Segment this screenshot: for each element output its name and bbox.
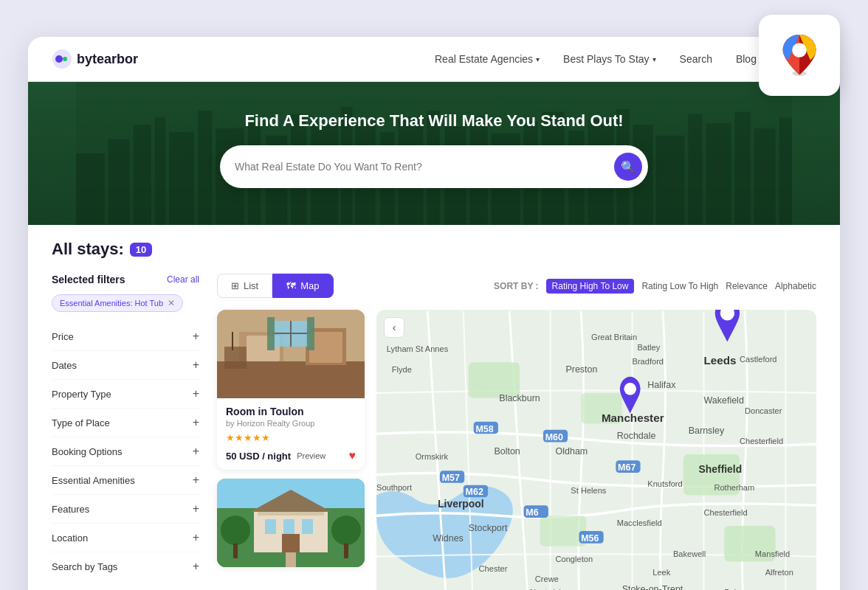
filter-search-by-tags[interactable]: Search by Tags + — [52, 552, 199, 580]
sort-rating-high[interactable]: Rating High To Low — [546, 279, 635, 294]
svg-rect-49 — [307, 317, 314, 350]
filter-list: Price + Dates + Property Type + Type o — [52, 322, 199, 580]
svg-text:Chester: Chester — [479, 564, 508, 573]
grid-icon: ⊞ — [231, 280, 239, 291]
filter-price-expand: + — [193, 330, 199, 343]
filter-price[interactable]: Price + — [52, 322, 199, 351]
sort-by-label: SORT BY : — [494, 281, 538, 291]
filter-features-expand: + — [193, 502, 199, 516]
filter-property-type[interactable]: Property Type + — [52, 380, 199, 409]
svg-text:Wakefield: Wakefield — [704, 395, 744, 406]
sort-alphabetic[interactable]: Alphabetic — [775, 281, 816, 291]
listing-name-1: Room in Toulon — [226, 406, 356, 417]
svg-rect-10 — [169, 132, 194, 225]
listing-image-estate — [217, 479, 365, 567]
filter-location-label: Location — [52, 532, 88, 544]
search-bar: 🔍 — [220, 145, 648, 188]
svg-rect-64 — [344, 544, 348, 558]
svg-text:M58: M58 — [475, 424, 493, 434]
remove-filter-button[interactable]: ✕ — [168, 298, 175, 308]
svg-text:Bakewell: Bakewell — [673, 549, 706, 558]
svg-text:Chesterfield: Chesterfield — [740, 437, 783, 445]
results-split: Room in Toulon by Horizon Realty Group ★… — [217, 310, 816, 590]
filter-tags-label: Search by Tags — [52, 561, 117, 572]
all-stays-title: All stays: — [52, 240, 124, 259]
svg-text:M67: M67 — [618, 462, 636, 473]
filter-dates-expand: + — [193, 358, 199, 372]
svg-rect-69 — [540, 516, 586, 546]
filter-dates[interactable]: Dates + — [52, 351, 199, 380]
svg-rect-35 — [754, 128, 776, 225]
filter-booking-label: Booking Options — [52, 446, 122, 457]
svg-text:Rochdale: Rochdale — [617, 431, 656, 441]
google-maps-badge — [759, 15, 840, 96]
listing-footer-1: 50 USD / night Preview ♥ — [226, 449, 356, 462]
svg-text:Lytham St Annes: Lytham St Annes — [387, 344, 449, 353]
filter-features[interactable]: Features + — [52, 495, 199, 524]
svg-text:M57: M57 — [442, 473, 460, 483]
svg-text:Manchester: Manchester — [602, 412, 664, 424]
map-back-button[interactable]: ‹ — [384, 317, 404, 338]
sort-rating-low[interactable]: Rating Low To High — [641, 281, 718, 291]
svg-point-3 — [55, 55, 63, 63]
navbar: bytearbor Real Estate Agencies ▾ Best Pl… — [28, 37, 840, 82]
results-area: ⊞ List 🗺 Map SORT BY : Rating High To Lo… — [217, 274, 816, 590]
nav-real-estate[interactable]: Real Estate Agencies ▾ — [435, 53, 540, 65]
filter-type-of-place[interactable]: Type of Place + — [52, 409, 199, 437]
svg-rect-41 — [224, 347, 247, 369]
svg-point-61 — [221, 516, 250, 545]
preview-button-1[interactable]: Preview — [297, 451, 326, 460]
nav-best-plays[interactable]: Best Plays To Stay ▾ — [563, 53, 655, 65]
svg-rect-63 — [233, 544, 238, 558]
filter-type-of-place-label: Type of Place — [52, 417, 110, 428]
filter-type-expand: + — [193, 416, 199, 429]
filter-amenities-label: Essential Amenities — [52, 475, 135, 486]
filter-tags-expand: + — [193, 560, 199, 573]
chevron-icon-2: ▾ — [652, 55, 656, 63]
svg-point-4 — [63, 57, 67, 61]
svg-rect-60 — [286, 552, 296, 567]
filter-location[interactable]: Location + — [52, 524, 199, 552]
filter-booking-options[interactable]: Booking Options + — [52, 437, 199, 466]
nav-search[interactable]: Search — [680, 53, 712, 65]
hero-title: Find A Experience That Will Make You Sta… — [244, 111, 623, 131]
filter-essential-amenities[interactable]: Essential Amenities + — [52, 466, 199, 495]
view-toggle: ⊞ List 🗺 Map — [217, 274, 334, 298]
svg-rect-59 — [282, 534, 300, 552]
svg-text:Blackburn: Blackburn — [499, 393, 540, 403]
svg-text:Barnsley: Barnsley — [689, 426, 725, 436]
results-toolbar: ⊞ List 🗺 Map SORT BY : Rating High To Lo… — [217, 274, 816, 298]
filter-price-label: Price — [52, 331, 74, 342]
listing-agency-1: by Horizon Realty Group — [226, 419, 356, 428]
main-card: bytearbor Real Estate Agencies ▾ Best Pl… — [28, 37, 840, 590]
svg-text:Oldham: Oldham — [556, 446, 588, 457]
search-button[interactable]: 🔍 — [614, 153, 642, 181]
page-wrapper: bytearbor Real Estate Agencies ▾ Best Pl… — [28, 15, 840, 590]
main-layout: Selected filters Clear all Essential Ame… — [52, 274, 816, 590]
svg-text:Knutsford: Knutsford — [647, 479, 682, 488]
svg-text:M60: M60 — [545, 432, 563, 442]
sidebar: Selected filters Clear all Essential Ame… — [52, 274, 199, 590]
clear-all-button[interactable]: Clear all — [167, 274, 199, 285]
list-view-button[interactable]: ⊞ List — [217, 274, 272, 298]
listing-panel: Room in Toulon by Horizon Realty Group ★… — [217, 310, 365, 590]
logo[interactable]: bytearbor — [52, 49, 138, 69]
filter-property-type-label: Property Type — [52, 389, 111, 400]
svg-text:Macclesfield: Macclesfield — [617, 518, 662, 527]
svg-text:Halifax: Halifax — [647, 380, 676, 390]
map-view-button[interactable]: 🗺 Map — [272, 274, 333, 298]
active-filter-text: Essential Amenities: Hot Tub — [60, 299, 163, 308]
filter-features-label: Features — [52, 504, 89, 515]
svg-text:M6: M6 — [526, 507, 538, 518]
selected-filters-label: Selected filters — [52, 274, 125, 285]
like-button-1[interactable]: ♥ — [349, 449, 356, 462]
map-svg: Leeds Manchester Sheffield Liverpool Pre… — [376, 310, 816, 590]
search-input[interactable] — [235, 161, 614, 173]
nav-blog[interactable]: Blog — [736, 53, 757, 65]
svg-point-62 — [331, 516, 361, 545]
svg-text:Leeds: Leeds — [704, 354, 737, 367]
logo-text: bytearbor — [77, 52, 138, 67]
map-panel: ‹ — [376, 310, 816, 590]
sort-relevance[interactable]: Relevance — [726, 281, 768, 291]
svg-rect-58 — [302, 519, 313, 534]
